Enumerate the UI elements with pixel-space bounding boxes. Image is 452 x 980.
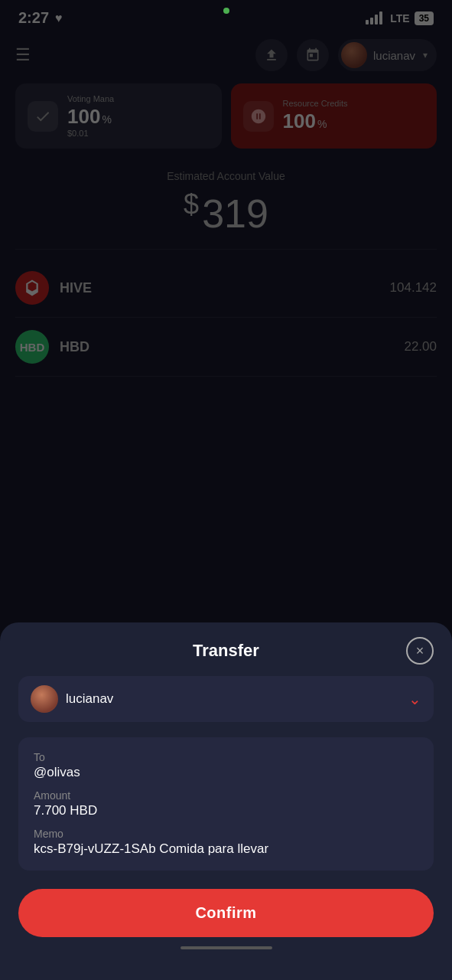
to-label: To — [34, 751, 418, 763]
home-indicator — [18, 937, 434, 956]
memo-value: kcs-B79j-vUZZ-1SAb Comida para llevar — [34, 841, 418, 857]
modal-title: Transfer — [193, 641, 259, 661]
confirm-label: Confirm — [195, 904, 256, 921]
modal-overlay: Transfer × lucianav ⌄ To @olivas Amount … — [0, 0, 452, 980]
memo-label: Memo — [34, 828, 418, 840]
from-account-selector[interactable]: lucianav ⌄ — [18, 676, 434, 722]
network-dot — [223, 8, 229, 14]
close-button[interactable]: × — [406, 637, 434, 665]
from-name: lucianav — [66, 691, 401, 707]
amount-label: Amount — [34, 789, 418, 802]
modal-header: Transfer × — [18, 641, 434, 661]
close-icon: × — [416, 643, 424, 659]
to-value: @olivas — [34, 765, 418, 780]
transfer-modal: Transfer × lucianav ⌄ To @olivas Amount … — [0, 622, 452, 980]
amount-value: 7.700 HBD — [34, 803, 418, 818]
chevron-down-icon: ⌄ — [408, 690, 421, 708]
from-avatar — [31, 685, 58, 713]
transfer-details: To @olivas Amount 7.700 HBD Memo kcs-B79… — [18, 737, 434, 871]
confirm-button[interactable]: Confirm — [18, 889, 434, 937]
home-indicator-bar — [180, 946, 272, 949]
